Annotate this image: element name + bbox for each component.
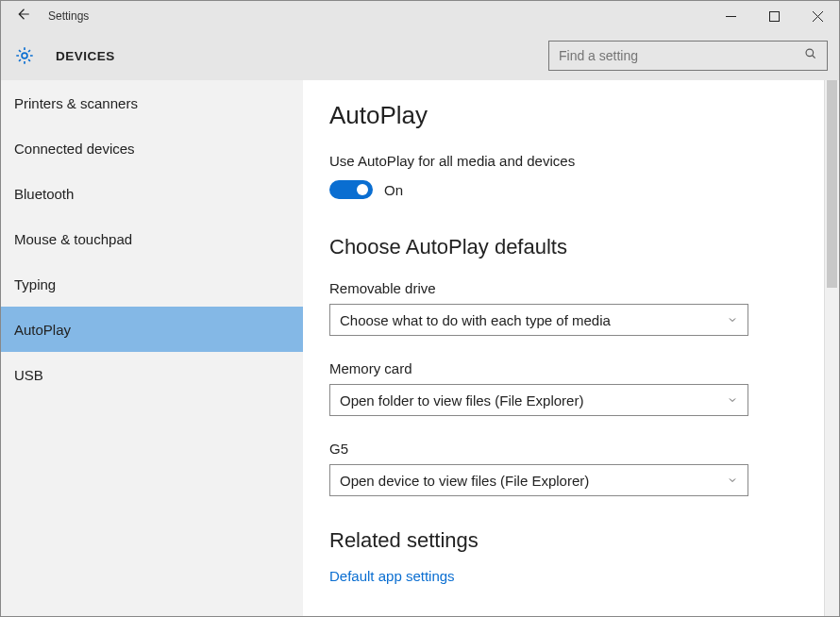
section-title: DEVICES	[56, 49, 115, 63]
svg-point-4	[22, 53, 27, 58]
titlebar: Settings	[1, 1, 839, 31]
window-controls	[709, 1, 839, 31]
field-label: G5	[329, 441, 798, 457]
g5-select[interactable]: Open device to view files (File Explorer…	[329, 464, 748, 496]
scrollbar-thumb[interactable]	[827, 80, 837, 288]
sidebar-item-bluetooth[interactable]: Bluetooth	[1, 171, 303, 216]
search-icon	[804, 47, 817, 64]
removable-drive-select[interactable]: Choose what to do with each type of medi…	[329, 304, 748, 336]
sidebar-item-usb[interactable]: USB	[1, 352, 303, 397]
header: DEVICES	[1, 31, 839, 80]
sidebar-item-label: Mouse & touchpad	[14, 231, 132, 247]
page-title: AutoPlay	[329, 101, 798, 130]
sidebar: Printers & scanners Connected devices Bl…	[1, 80, 303, 616]
back-icon[interactable]	[14, 6, 31, 26]
select-value: Open folder to view files (File Explorer…	[340, 392, 583, 409]
body: Printers & scanners Connected devices Bl…	[1, 80, 839, 616]
memory-card-select[interactable]: Open folder to view files (File Explorer…	[329, 384, 748, 416]
toggle-row: On	[329, 180, 798, 199]
chevron-down-icon	[727, 392, 738, 409]
sidebar-item-label: AutoPlay	[14, 322, 71, 338]
sidebar-item-label: Printers & scanners	[14, 95, 138, 111]
maximize-button[interactable]	[752, 1, 796, 31]
defaults-heading: Choose AutoPlay defaults	[329, 235, 798, 259]
close-button[interactable]	[796, 1, 839, 31]
titlebar-left: Settings	[1, 6, 89, 26]
sidebar-item-mouse-touchpad[interactable]: Mouse & touchpad	[1, 216, 303, 261]
field-memory-card: Memory card Open folder to view files (F…	[329, 360, 798, 416]
field-label: Memory card	[329, 360, 798, 376]
field-label: Removable drive	[329, 280, 798, 296]
select-value: Choose what to do with each type of medi…	[340, 312, 611, 328]
autoplay-toggle[interactable]	[329, 180, 373, 199]
minimize-button[interactable]	[709, 1, 752, 31]
svg-line-6	[813, 56, 815, 58]
chevron-down-icon	[727, 312, 738, 328]
main-content: AutoPlay Use AutoPlay for all media and …	[303, 80, 824, 616]
related-heading: Related settings	[329, 528, 798, 553]
field-removable-drive: Removable drive Choose what to do with e…	[329, 280, 798, 336]
field-g5: G5 Open device to view files (File Explo…	[329, 441, 798, 496]
toggle-label: Use AutoPlay for all media and devices	[329, 153, 798, 169]
chevron-down-icon	[727, 473, 738, 489]
settings-window: Settings DEVICES	[0, 0, 840, 617]
default-app-settings-link[interactable]: Default app settings	[329, 568, 798, 584]
sidebar-item-autoplay[interactable]: AutoPlay	[1, 307, 303, 352]
sidebar-item-connected-devices[interactable]: Connected devices	[1, 125, 303, 171]
search-box[interactable]	[548, 41, 828, 71]
sidebar-item-printers-scanners[interactable]: Printers & scanners	[1, 80, 303, 125]
sidebar-item-label: Bluetooth	[14, 186, 74, 202]
main-wrap: AutoPlay Use AutoPlay for all media and …	[303, 80, 839, 616]
sidebar-item-typing[interactable]: Typing	[1, 261, 303, 307]
search-input[interactable]	[559, 48, 804, 63]
scrollbar[interactable]	[824, 80, 839, 616]
sidebar-item-label: Connected devices	[14, 141, 135, 157]
window-title: Settings	[48, 9, 89, 23]
svg-point-5	[806, 49, 814, 57]
sidebar-item-label: USB	[14, 367, 43, 383]
toggle-state: On	[384, 182, 403, 198]
gear-icon	[14, 45, 35, 66]
sidebar-item-label: Typing	[14, 276, 56, 292]
select-value: Open device to view files (File Explorer…	[340, 473, 589, 489]
svg-rect-1	[769, 11, 779, 21]
